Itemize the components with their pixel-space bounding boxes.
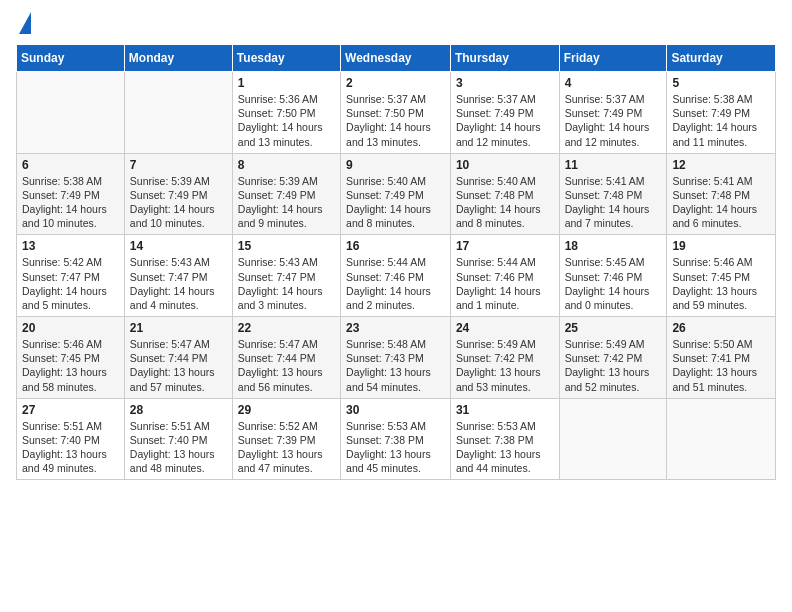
logo-triangle-icon	[19, 12, 31, 34]
day-number: 17	[456, 239, 554, 253]
day-number: 21	[130, 321, 227, 335]
day-info: Sunrise: 5:40 AM Sunset: 7:49 PM Dayligh…	[346, 174, 445, 231]
calendar-cell: 26Sunrise: 5:50 AM Sunset: 7:41 PM Dayli…	[667, 317, 776, 399]
calendar-cell	[124, 72, 232, 154]
day-info: Sunrise: 5:53 AM Sunset: 7:38 PM Dayligh…	[456, 419, 554, 476]
day-number: 1	[238, 76, 335, 90]
day-info: Sunrise: 5:43 AM Sunset: 7:47 PM Dayligh…	[130, 255, 227, 312]
day-info: Sunrise: 5:52 AM Sunset: 7:39 PM Dayligh…	[238, 419, 335, 476]
weekday-header: Thursday	[450, 45, 559, 72]
calendar-week-row: 1Sunrise: 5:36 AM Sunset: 7:50 PM Daylig…	[17, 72, 776, 154]
calendar-cell: 8Sunrise: 5:39 AM Sunset: 7:49 PM Daylig…	[232, 153, 340, 235]
calendar-cell: 1Sunrise: 5:36 AM Sunset: 7:50 PM Daylig…	[232, 72, 340, 154]
calendar-cell: 4Sunrise: 5:37 AM Sunset: 7:49 PM Daylig…	[559, 72, 667, 154]
day-number: 18	[565, 239, 662, 253]
calendar-cell	[17, 72, 125, 154]
calendar-header-row: SundayMondayTuesdayWednesdayThursdayFrid…	[17, 45, 776, 72]
calendar-cell: 29Sunrise: 5:52 AM Sunset: 7:39 PM Dayli…	[232, 398, 340, 480]
day-number: 7	[130, 158, 227, 172]
day-info: Sunrise: 5:42 AM Sunset: 7:47 PM Dayligh…	[22, 255, 119, 312]
weekday-header: Friday	[559, 45, 667, 72]
day-number: 8	[238, 158, 335, 172]
calendar-cell: 31Sunrise: 5:53 AM Sunset: 7:38 PM Dayli…	[450, 398, 559, 480]
day-number: 14	[130, 239, 227, 253]
day-info: Sunrise: 5:37 AM Sunset: 7:50 PM Dayligh…	[346, 92, 445, 149]
calendar-week-row: 6Sunrise: 5:38 AM Sunset: 7:49 PM Daylig…	[17, 153, 776, 235]
day-number: 31	[456, 403, 554, 417]
day-info: Sunrise: 5:49 AM Sunset: 7:42 PM Dayligh…	[565, 337, 662, 394]
calendar-cell: 21Sunrise: 5:47 AM Sunset: 7:44 PM Dayli…	[124, 317, 232, 399]
day-info: Sunrise: 5:51 AM Sunset: 7:40 PM Dayligh…	[22, 419, 119, 476]
day-number: 15	[238, 239, 335, 253]
calendar-cell	[667, 398, 776, 480]
calendar-cell: 15Sunrise: 5:43 AM Sunset: 7:47 PM Dayli…	[232, 235, 340, 317]
calendar-cell: 22Sunrise: 5:47 AM Sunset: 7:44 PM Dayli…	[232, 317, 340, 399]
day-info: Sunrise: 5:46 AM Sunset: 7:45 PM Dayligh…	[22, 337, 119, 394]
day-number: 10	[456, 158, 554, 172]
day-number: 3	[456, 76, 554, 90]
calendar-cell: 13Sunrise: 5:42 AM Sunset: 7:47 PM Dayli…	[17, 235, 125, 317]
day-info: Sunrise: 5:48 AM Sunset: 7:43 PM Dayligh…	[346, 337, 445, 394]
calendar-table: SundayMondayTuesdayWednesdayThursdayFrid…	[16, 44, 776, 480]
calendar-week-row: 27Sunrise: 5:51 AM Sunset: 7:40 PM Dayli…	[17, 398, 776, 480]
day-info: Sunrise: 5:49 AM Sunset: 7:42 PM Dayligh…	[456, 337, 554, 394]
calendar-cell: 17Sunrise: 5:44 AM Sunset: 7:46 PM Dayli…	[450, 235, 559, 317]
calendar-cell: 18Sunrise: 5:45 AM Sunset: 7:46 PM Dayli…	[559, 235, 667, 317]
calendar-cell: 14Sunrise: 5:43 AM Sunset: 7:47 PM Dayli…	[124, 235, 232, 317]
day-info: Sunrise: 5:40 AM Sunset: 7:48 PM Dayligh…	[456, 174, 554, 231]
day-number: 22	[238, 321, 335, 335]
calendar-cell: 16Sunrise: 5:44 AM Sunset: 7:46 PM Dayli…	[341, 235, 451, 317]
day-info: Sunrise: 5:39 AM Sunset: 7:49 PM Dayligh…	[130, 174, 227, 231]
day-number: 2	[346, 76, 445, 90]
day-info: Sunrise: 5:37 AM Sunset: 7:49 PM Dayligh…	[565, 92, 662, 149]
calendar-cell: 27Sunrise: 5:51 AM Sunset: 7:40 PM Dayli…	[17, 398, 125, 480]
day-number: 27	[22, 403, 119, 417]
day-info: Sunrise: 5:36 AM Sunset: 7:50 PM Dayligh…	[238, 92, 335, 149]
day-number: 19	[672, 239, 770, 253]
calendar-cell: 7Sunrise: 5:39 AM Sunset: 7:49 PM Daylig…	[124, 153, 232, 235]
day-number: 12	[672, 158, 770, 172]
calendar-cell: 10Sunrise: 5:40 AM Sunset: 7:48 PM Dayli…	[450, 153, 559, 235]
day-info: Sunrise: 5:46 AM Sunset: 7:45 PM Dayligh…	[672, 255, 770, 312]
calendar-cell: 30Sunrise: 5:53 AM Sunset: 7:38 PM Dayli…	[341, 398, 451, 480]
day-number: 5	[672, 76, 770, 90]
weekday-header: Saturday	[667, 45, 776, 72]
weekday-header: Sunday	[17, 45, 125, 72]
day-number: 6	[22, 158, 119, 172]
day-info: Sunrise: 5:43 AM Sunset: 7:47 PM Dayligh…	[238, 255, 335, 312]
calendar-cell: 6Sunrise: 5:38 AM Sunset: 7:49 PM Daylig…	[17, 153, 125, 235]
calendar-cell: 3Sunrise: 5:37 AM Sunset: 7:49 PM Daylig…	[450, 72, 559, 154]
calendar-cell: 24Sunrise: 5:49 AM Sunset: 7:42 PM Dayli…	[450, 317, 559, 399]
day-info: Sunrise: 5:41 AM Sunset: 7:48 PM Dayligh…	[672, 174, 770, 231]
day-info: Sunrise: 5:38 AM Sunset: 7:49 PM Dayligh…	[672, 92, 770, 149]
day-number: 28	[130, 403, 227, 417]
calendar-cell: 23Sunrise: 5:48 AM Sunset: 7:43 PM Dayli…	[341, 317, 451, 399]
calendar-cell: 19Sunrise: 5:46 AM Sunset: 7:45 PM Dayli…	[667, 235, 776, 317]
day-number: 26	[672, 321, 770, 335]
calendar-cell: 25Sunrise: 5:49 AM Sunset: 7:42 PM Dayli…	[559, 317, 667, 399]
day-number: 11	[565, 158, 662, 172]
calendar-week-row: 20Sunrise: 5:46 AM Sunset: 7:45 PM Dayli…	[17, 317, 776, 399]
day-info: Sunrise: 5:51 AM Sunset: 7:40 PM Dayligh…	[130, 419, 227, 476]
day-info: Sunrise: 5:37 AM Sunset: 7:49 PM Dayligh…	[456, 92, 554, 149]
day-number: 23	[346, 321, 445, 335]
day-info: Sunrise: 5:45 AM Sunset: 7:46 PM Dayligh…	[565, 255, 662, 312]
calendar-cell: 5Sunrise: 5:38 AM Sunset: 7:49 PM Daylig…	[667, 72, 776, 154]
calendar-cell: 28Sunrise: 5:51 AM Sunset: 7:40 PM Dayli…	[124, 398, 232, 480]
day-number: 16	[346, 239, 445, 253]
calendar-cell: 11Sunrise: 5:41 AM Sunset: 7:48 PM Dayli…	[559, 153, 667, 235]
day-number: 4	[565, 76, 662, 90]
day-info: Sunrise: 5:39 AM Sunset: 7:49 PM Dayligh…	[238, 174, 335, 231]
day-info: Sunrise: 5:47 AM Sunset: 7:44 PM Dayligh…	[130, 337, 227, 394]
calendar-week-row: 13Sunrise: 5:42 AM Sunset: 7:47 PM Dayli…	[17, 235, 776, 317]
day-info: Sunrise: 5:44 AM Sunset: 7:46 PM Dayligh…	[456, 255, 554, 312]
day-number: 13	[22, 239, 119, 253]
calendar-cell: 20Sunrise: 5:46 AM Sunset: 7:45 PM Dayli…	[17, 317, 125, 399]
page-header	[16, 16, 776, 34]
calendar-cell	[559, 398, 667, 480]
weekday-header: Monday	[124, 45, 232, 72]
calendar-cell: 2Sunrise: 5:37 AM Sunset: 7:50 PM Daylig…	[341, 72, 451, 154]
calendar-cell: 12Sunrise: 5:41 AM Sunset: 7:48 PM Dayli…	[667, 153, 776, 235]
day-number: 25	[565, 321, 662, 335]
weekday-header: Wednesday	[341, 45, 451, 72]
